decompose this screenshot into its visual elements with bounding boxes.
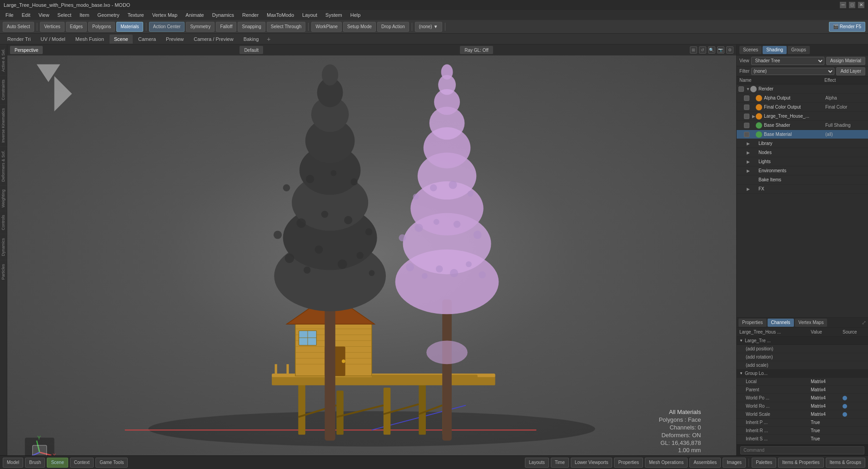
left-tab-controls[interactable]: Controls [0, 211, 7, 234]
viewport[interactable]: Perspective Default Ray GL: Off ⊞ ↺ 🔍 📷 … [7, 45, 736, 455]
props-expand-icon[interactable]: ⤢ [862, 319, 866, 326]
tree-arrow[interactable]: ▶ [746, 141, 750, 146]
tree-item-1[interactable]: Alpha OutputAlpha [737, 94, 868, 103]
view-select[interactable]: Shader Tree [751, 57, 824, 65]
tab-mesh-fusion[interactable]: Mesh Fusion [71, 35, 109, 44]
viewport-camera-icon[interactable]: 📷 [717, 46, 724, 54]
tree-arrow[interactable]: ▶ [746, 187, 750, 191]
tab-camera[interactable]: Camera [134, 35, 160, 44]
menu-item-render[interactable]: Render [239, 11, 262, 19]
left-tab-constraints[interactable]: Constraints [0, 75, 7, 104]
scenes-tab[interactable]: Scenes [739, 46, 762, 54]
ch-row-1-7[interactable]: Inherit S ...True [737, 435, 868, 443]
scene-button[interactable]: Scene [47, 458, 68, 468]
tree-item-7[interactable]: ▶Nodes [737, 148, 868, 157]
left-tab-dynamics[interactable]: Dynamics [0, 234, 7, 260]
ch-row-1-2[interactable]: World Po ...Matrix4 [737, 394, 868, 402]
menu-item-view[interactable]: View [35, 11, 53, 19]
properties-tab[interactable]: Properties [738, 319, 767, 327]
tree-item-10[interactable]: Bake Items [737, 175, 868, 185]
workplane-button[interactable]: WorkPlane [311, 22, 342, 32]
shading-tab[interactable]: Shading [763, 46, 787, 54]
ch-row-0-2[interactable]: (add scale) [737, 361, 868, 369]
maximize-button[interactable]: □ [849, 2, 855, 8]
action-center-button[interactable]: Action Center [149, 22, 185, 32]
lower-viewports-button[interactable]: Lower Viewports [571, 458, 613, 468]
channels-tab[interactable]: Channels [768, 319, 794, 327]
left-tab-active-&-sel.[interactable]: Active & Sel. [0, 45, 7, 75]
tree-arrow[interactable] [751, 123, 756, 128]
tab-uv-/-model[interactable]: UV / Model [36, 35, 70, 44]
menu-item-animate[interactable]: Animate [182, 11, 207, 19]
auto-select-button[interactable]: Auto Select [3, 22, 34, 32]
menu-item-texture[interactable]: Texture [124, 11, 148, 19]
menu-item-dynamics[interactable]: Dynamics [209, 11, 238, 19]
polygons-button[interactable]: Polygons [88, 22, 115, 32]
viewport-settings-icon[interactable]: ⚙ [726, 46, 733, 54]
materials-button[interactable]: Materials [116, 22, 143, 32]
tree-item-6[interactable]: ▶Library [737, 139, 868, 148]
ray-gl-tab[interactable]: Ray GL: Off [460, 46, 493, 54]
tree-item-0[interactable]: ▼Render [737, 85, 868, 94]
ch-row-0-0[interactable]: (add position) [737, 345, 868, 353]
filter-select[interactable]: (none) [751, 68, 834, 75]
assemblies-button[interactable]: Assemblies [689, 458, 721, 468]
left-tab-deformers-&-sof.[interactable]: Deformers & Sof. [0, 146, 7, 185]
add-tab-button[interactable]: + [264, 35, 273, 43]
menu-item-item[interactable]: Item [76, 11, 93, 19]
context-button[interactable]: Context [70, 458, 94, 468]
vertex-maps-tab[interactable]: Vertex Maps [795, 319, 828, 327]
tree-arrow[interactable]: ▶ [746, 169, 750, 173]
tree-arrow[interactable] [746, 178, 750, 182]
menu-item-layout[interactable]: Layout [299, 11, 321, 19]
ch-row-1-1[interactable]: ParentMatrix4 [737, 386, 868, 394]
tree-item-9[interactable]: ▶Environments [737, 166, 868, 175]
viewport-expand-icon[interactable]: ⊞ [690, 46, 697, 54]
viewport-search-icon[interactable]: 🔍 [708, 46, 715, 54]
menu-item-select[interactable]: Select [54, 11, 75, 19]
ch-row-1-3[interactable]: World Ro ...Matrix4 [737, 402, 868, 410]
vis-button[interactable] [744, 114, 749, 119]
command-input[interactable] [740, 446, 864, 454]
minimize-button[interactable]: ─ [840, 2, 846, 8]
falloff-button[interactable]: Falloff [216, 22, 236, 32]
left-tab-particles[interactable]: Particles [0, 260, 7, 284]
edges-button[interactable]: Edges [66, 22, 87, 32]
render-button[interactable]: 🎬 Render F5 [829, 22, 865, 32]
items-groups-button[interactable]: Items & Groups [826, 458, 865, 468]
layouts-button[interactable]: Layouts [525, 458, 549, 468]
tree-arrow[interactable] [751, 132, 756, 137]
model-button[interactable]: Model [3, 458, 23, 468]
left-tab-inverse-kinematics[interactable]: Inverse Kinematics [0, 104, 7, 146]
game-tools-button[interactable]: Game Tools [95, 458, 128, 468]
left-tab-weighting[interactable]: Weighting [0, 185, 7, 211]
vis-button[interactable] [744, 105, 749, 110]
add-layer-button[interactable]: Add Layer [836, 67, 865, 75]
drop-action-button[interactable]: Drop Action [377, 22, 409, 32]
menu-item-help[interactable]: Help [347, 11, 364, 19]
tree-item-5[interactable]: Base Material(all) [737, 130, 868, 139]
images-button[interactable]: Images [723, 458, 746, 468]
menu-item-geometry[interactable]: Geometry [94, 11, 123, 19]
tree-arrow[interactable] [751, 105, 756, 110]
tree-item-2[interactable]: Final Color OutputFinal Color [737, 103, 868, 112]
mesh-operations-button[interactable]: Mesh Operations [645, 458, 688, 468]
snapping-button[interactable]: Snapping [238, 22, 265, 32]
ch-row-1-0[interactable]: LocalMatrix4 [737, 378, 868, 386]
vis-button[interactable] [744, 123, 749, 128]
menu-item-maxtomodo[interactable]: MaxToModo [263, 11, 298, 19]
menu-item-system[interactable]: System [322, 11, 346, 19]
ch-section-0[interactable]: ▼Large_Tre ... [737, 337, 868, 345]
setup-mode-button[interactable]: Setup Mode [343, 22, 376, 32]
ch-row-1-5[interactable]: Inherit P ...True [737, 419, 868, 427]
none-dropdown[interactable]: (none) ▼ [415, 22, 442, 32]
assign-material-button[interactable]: Assign Material [826, 57, 865, 65]
vertices-button[interactable]: Vertices [40, 22, 65, 32]
ch-row-1-4[interactable]: World ScaleMatrix4 [737, 410, 868, 419]
time-button[interactable]: Time [551, 458, 569, 468]
tab-preview[interactable]: Preview [161, 35, 188, 44]
ch-section-1[interactable]: ▼Group Lo... [737, 369, 868, 378]
tab-scene[interactable]: Scene [110, 35, 133, 44]
3d-canvas[interactable]: Perspective [7, 55, 736, 455]
tree-item-11[interactable]: ▶FX [737, 185, 868, 194]
